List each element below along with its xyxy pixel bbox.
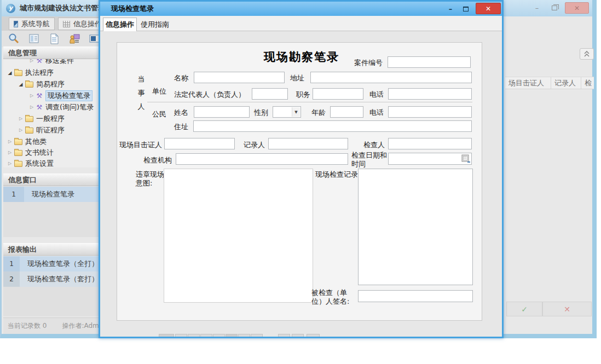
unit-phone-input[interactable] (388, 88, 472, 100)
unit-label: 单位 (152, 86, 166, 96)
case-number-input[interactable] (388, 56, 471, 68)
expand-arrow-icon[interactable] (18, 82, 24, 87)
app-logo-icon: y (6, 4, 15, 13)
info-window-row[interactable]: 1 现场检查笔录 (3, 187, 99, 202)
signature-input[interactable] (358, 290, 473, 302)
report-row-overlay-print[interactable]: 2 现场检查笔录（套打） (3, 271, 99, 287)
expand-arrow-icon[interactable] (18, 128, 24, 132)
panel-header-info-window: 信息窗口 (3, 174, 99, 186)
expand-arrow-icon[interactable] (18, 116, 24, 121)
grid-header-inspector[interactable]: 检 (581, 77, 594, 89)
date-time-input[interactable] (388, 153, 472, 165)
row-label: 现场检查笔录 (24, 189, 74, 199)
main-nav-tabbar: 系统导航 信息操作 (2, 16, 99, 31)
expand-arrow-icon[interactable] (28, 93, 35, 98)
tab-info-operation[interactable]: 信息操作 (58, 18, 99, 30)
record-tool-icon (35, 92, 44, 100)
tree-item-document-statistics[interactable]: 文书统计 (7, 147, 54, 158)
main-close-button[interactable]: ✕ (565, 2, 589, 14)
confirm-button[interactable]: ✓ (506, 302, 542, 316)
search-button[interactable] (5, 32, 22, 46)
grid-header-witness[interactable]: 场目击证人 (505, 77, 551, 89)
tree-item-transfer-case[interactable]: 移送案件 (28, 59, 74, 66)
tree-item-general-procedure[interactable]: 一般程序 (18, 113, 65, 124)
tree-item-label: 调查(询问)笔录 (45, 102, 94, 112)
recorder-input[interactable] (268, 138, 348, 149)
tree-item-label: 执法程序 (25, 68, 54, 78)
chevron-down-icon: ▼ (292, 107, 300, 117)
report-row-full-print[interactable]: 1 现场检查笔录（全打） (3, 256, 99, 271)
tree-item-inquiry-record[interactable]: 调查(询问)笔录 (28, 101, 94, 113)
clipped-button (307, 334, 320, 337)
monitor-button[interactable] (86, 32, 99, 46)
witness-input[interactable] (164, 138, 235, 149)
expand-arrow-icon[interactable] (7, 161, 13, 166)
cancel-button[interactable]: ✕ (542, 302, 592, 316)
dialog-titlebar[interactable]: 现场检查笔录 (100, 2, 502, 16)
home-address-input[interactable] (193, 120, 472, 132)
expand-arrow-icon[interactable] (28, 105, 35, 109)
tree-item-law-enforcement-procedure[interactable]: 执法程序 (7, 67, 54, 78)
tree-item-others[interactable]: 其他类 (7, 136, 47, 147)
agency-input[interactable] (176, 153, 348, 165)
inspection-record-textarea[interactable] (358, 169, 473, 285)
main-restore-button[interactable] (547, 3, 562, 14)
unit-phone-label: 电话 (369, 90, 384, 100)
unit-address-input[interactable] (310, 72, 472, 83)
person-name-input[interactable] (194, 106, 250, 118)
grid-header-recorder[interactable]: 记录人 (551, 77, 581, 89)
unit-name-label: 名称 (174, 73, 188, 83)
expand-arrow-icon[interactable] (28, 59, 35, 63)
tree-item-label: 其他类 (25, 137, 47, 147)
tree-item-system-settings[interactable]: 系统设置 (7, 158, 54, 167)
expand-arrow-icon[interactable] (7, 70, 13, 76)
tab-info-operation[interactable]: 信息操作 (103, 18, 137, 31)
document-icon (48, 33, 60, 45)
restore-icon (552, 5, 557, 10)
tree-item-label: 简易程序 (36, 79, 65, 89)
form-view-button[interactable] (25, 32, 43, 46)
violation-sketch-area[interactable] (164, 169, 313, 303)
tree-item-hearing-procedure[interactable]: 听证程序 (18, 124, 65, 136)
unit-name-input[interactable] (194, 72, 285, 83)
user-report-button[interactable] (66, 32, 83, 46)
tree-item-site-inspection-record[interactable]: 现场检查笔录 (28, 90, 93, 101)
clipped-button (238, 334, 250, 337)
records-grid-header: 场目击证人 记录人 检 (505, 77, 594, 89)
legal-rep-input[interactable] (252, 88, 288, 100)
dialog-minimize-button[interactable]: – (444, 3, 457, 14)
main-minimize-button[interactable]: – (530, 3, 544, 14)
collapse-panel-button[interactable] (580, 48, 594, 60)
grid-icon (63, 21, 70, 27)
tab-system-navigation[interactable]: 系统导航 (9, 18, 55, 30)
dialog-close-button[interactable]: ✕ (476, 3, 501, 14)
inspector-input[interactable] (388, 138, 472, 149)
folder-icon (14, 70, 22, 76)
gender-select[interactable]: ▼ (273, 106, 301, 118)
tab-user-guide[interactable]: 使用指南 (138, 18, 172, 31)
tree-item-simple-procedure[interactable]: 简易程序 (18, 78, 65, 90)
unit-address-label: 地址 (290, 73, 304, 83)
gender-label: 性别 (254, 108, 268, 118)
clipped-button (175, 334, 187, 337)
folder-icon (14, 161, 22, 167)
clipped-button (251, 334, 263, 337)
position-input[interactable] (313, 88, 363, 100)
expand-arrow-icon[interactable] (7, 139, 13, 144)
calendar-picker-icon[interactable] (461, 154, 470, 163)
panel-header-info-management: 信息管理 (3, 47, 99, 59)
agency-label: 检查机构 (143, 155, 172, 165)
user-report-icon (68, 33, 80, 45)
tree-item-label: 现场检查笔录 (45, 90, 93, 101)
position-label: 职务 (296, 90, 310, 100)
legal-rep-label: 法定代表人（负责人） (174, 90, 245, 100)
party-label: 当事人 (137, 72, 146, 113)
form-view-icon (28, 33, 40, 45)
tree-item-label: 一般程序 (36, 114, 65, 124)
document-button[interactable] (45, 32, 63, 46)
expand-arrow-icon[interactable] (7, 150, 13, 155)
dialog-maximize-button[interactable] (459, 3, 472, 14)
citizen-phone-input[interactable] (388, 106, 472, 118)
age-input[interactable] (330, 106, 363, 118)
report-output-list: 1 现场检查笔录（全打） 2 现场检查笔录（套打） (3, 256, 99, 316)
